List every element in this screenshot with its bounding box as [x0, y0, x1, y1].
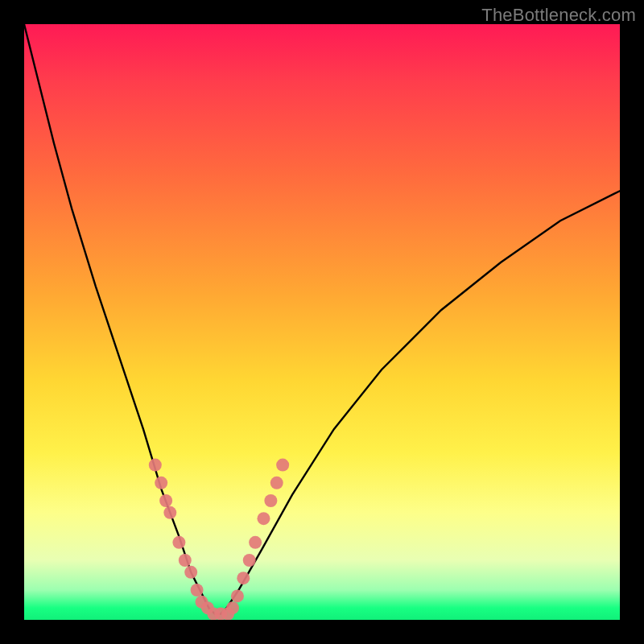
marker-dot: [184, 566, 197, 579]
marker-dot: [163, 506, 176, 519]
marker-dot: [264, 494, 277, 507]
marker-dot: [179, 554, 192, 567]
watermark-text: TheBottleneck.com: [481, 5, 636, 26]
marker-dot: [243, 554, 256, 567]
marker-dot: [249, 536, 262, 549]
marker-dot: [221, 608, 234, 620]
chart-frame: TheBottleneck.com: [0, 0, 644, 644]
marker-dot: [257, 512, 270, 525]
marker-dot: [270, 477, 283, 489]
marker-dot: [159, 494, 172, 507]
marker-dot: [149, 459, 162, 472]
marker-dot: [172, 536, 185, 549]
marker-dot: [231, 589, 244, 602]
bottleneck-curve: [24, 24, 620, 614]
curve-layer: [24, 24, 620, 620]
marker-dot: [276, 459, 289, 472]
marker-dot: [155, 477, 167, 489]
marker-dot: [191, 584, 204, 597]
marker-dot: [237, 572, 250, 584]
plot-area: [24, 24, 620, 620]
